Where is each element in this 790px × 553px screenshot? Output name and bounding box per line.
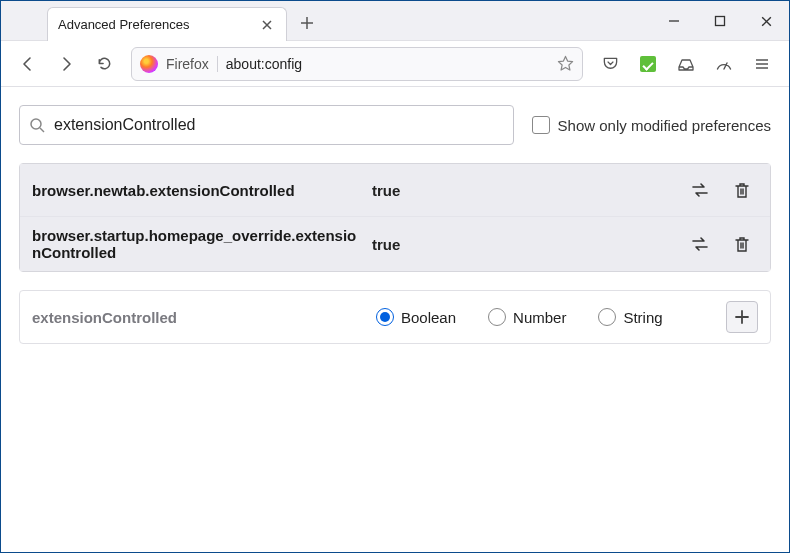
new-tab-button[interactable] (293, 9, 321, 37)
type-boolean[interactable]: Boolean (376, 308, 456, 326)
minimize-button[interactable] (651, 1, 697, 41)
svg-point-1 (31, 119, 41, 129)
app-menu-button[interactable] (745, 47, 779, 81)
browser-window: Advanced Preferences (0, 0, 790, 553)
back-button[interactable] (11, 47, 45, 81)
gauge-icon[interactable] (707, 47, 741, 81)
preference-value: true (372, 182, 674, 199)
search-wrap (19, 105, 514, 145)
extension-icon[interactable] (631, 47, 665, 81)
url-bar[interactable]: Firefox about:config (131, 47, 583, 81)
preference-value: true (372, 236, 674, 253)
radio-label: String (623, 309, 662, 326)
add-preference-row: extensionControlled Boolean Number Strin… (19, 290, 771, 344)
pocket-icon[interactable] (593, 47, 627, 81)
window-controls (651, 1, 789, 41)
toggle-button[interactable] (684, 228, 716, 260)
close-window-button[interactable] (743, 1, 789, 41)
delete-button[interactable] (726, 174, 758, 206)
svg-rect-0 (716, 17, 725, 26)
show-modified-label: Show only modified preferences (558, 117, 771, 134)
url-text: about:config (226, 56, 549, 72)
forward-button[interactable] (49, 47, 83, 81)
about-config-content: Show only modified preferences browser.n… (1, 87, 789, 552)
close-tab-icon[interactable] (258, 16, 276, 34)
preference-row[interactable]: browser.startup.homepage_override.extens… (20, 217, 770, 271)
checkbox-icon (532, 116, 550, 134)
radio-label: Number (513, 309, 566, 326)
radio-icon (488, 308, 506, 326)
radio-label: Boolean (401, 309, 456, 326)
preference-row[interactable]: browser.newtab.extensionControlled true (20, 164, 770, 217)
type-string[interactable]: String (598, 308, 662, 326)
tab-bar: Advanced Preferences (1, 1, 789, 41)
new-preference-name: extensionControlled (32, 309, 362, 326)
search-input[interactable] (19, 105, 514, 145)
inbox-icon[interactable] (669, 47, 703, 81)
reload-button[interactable] (87, 47, 121, 81)
tab-title: Advanced Preferences (58, 17, 258, 32)
firefox-icon (140, 55, 158, 73)
search-icon (29, 117, 45, 133)
maximize-button[interactable] (697, 1, 743, 41)
identity-label: Firefox (166, 56, 218, 72)
nav-toolbar: Firefox about:config (1, 41, 789, 87)
show-modified-toggle[interactable]: Show only modified preferences (532, 116, 771, 134)
type-number[interactable]: Number (488, 308, 566, 326)
preference-list: browser.newtab.extensionControlled true … (19, 163, 771, 272)
search-row: Show only modified preferences (19, 105, 771, 145)
bookmark-star-icon[interactable] (557, 55, 574, 72)
browser-tab[interactable]: Advanced Preferences (47, 7, 287, 41)
delete-button[interactable] (726, 228, 758, 260)
preference-name: browser.newtab.extensionControlled (32, 182, 362, 199)
radio-icon (598, 308, 616, 326)
add-button[interactable] (726, 301, 758, 333)
radio-icon (376, 308, 394, 326)
toggle-button[interactable] (684, 174, 716, 206)
preference-name: browser.startup.homepage_override.extens… (32, 227, 362, 261)
type-radio-group: Boolean Number String (376, 308, 712, 326)
